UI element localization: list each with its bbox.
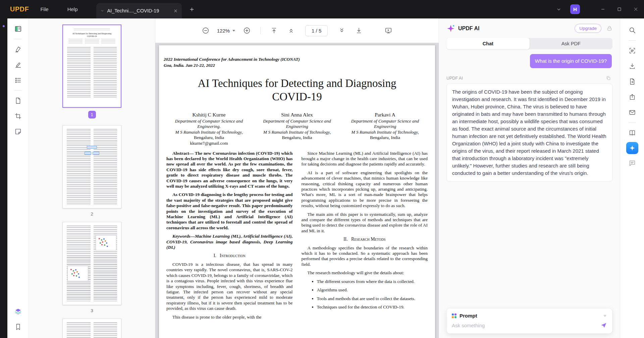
ai-assistant-button[interactable] bbox=[626, 142, 638, 154]
presentation-mode-button[interactable] bbox=[383, 25, 394, 36]
page-icon bbox=[14, 97, 22, 104]
page-thumbnail-4[interactable] bbox=[62, 319, 121, 338]
search-icon bbox=[629, 27, 636, 34]
upgrade-button[interactable]: Upgrade bbox=[575, 24, 601, 33]
layers-button[interactable] bbox=[11, 305, 25, 318]
chat-history[interactable]: What is the origin of COVID-19? UPDF AI … bbox=[439, 49, 620, 338]
send-icon[interactable] bbox=[600, 322, 607, 329]
search-button[interactable] bbox=[626, 23, 639, 37]
annotate-button[interactable] bbox=[11, 43, 25, 56]
ask-input[interactable] bbox=[452, 323, 600, 328]
prompt-title: Prompt bbox=[460, 313, 603, 319]
zoom-in-icon bbox=[243, 27, 251, 34]
minimize-button[interactable] bbox=[595, 0, 611, 18]
tab-close-icon[interactable] bbox=[173, 9, 178, 13]
chevron-down-icon[interactable] bbox=[603, 313, 607, 318]
thumbnail-content bbox=[67, 226, 117, 301]
document-area: 122% 1 / 5 bbox=[155, 18, 439, 338]
paper-title: AI Techniques for Detecting and Diagnosi… bbox=[166, 77, 428, 103]
assistant-message: The origins of COVID-19 have been the su… bbox=[446, 84, 612, 182]
thumbnail-content bbox=[67, 322, 117, 338]
presentation-icon bbox=[385, 27, 392, 34]
prompt-input-row bbox=[447, 320, 612, 333]
sidebar-panel-icon bbox=[14, 25, 22, 33]
prompt-header[interactable]: Prompt bbox=[447, 308, 612, 320]
zoom-out-button[interactable] bbox=[200, 25, 211, 36]
thumbnail-content bbox=[67, 129, 117, 205]
crop-button[interactable] bbox=[11, 109, 25, 123]
author-2: Sini Anna Alex Department of Computer Sc… bbox=[255, 112, 340, 146]
section-heading-research-methods: II. Research Metods bbox=[302, 237, 428, 242]
paper-left-column: Abstract— The new Coronavirus infection … bbox=[166, 151, 293, 323]
page-thumbnail-1[interactable]: AI Techniques for Detecting and Diagnosi… bbox=[62, 25, 121, 108]
thumbnail-panel[interactable]: AI Techniques for Detecting and Diagnosi… bbox=[29, 18, 155, 338]
divider bbox=[629, 40, 636, 41]
book-button[interactable] bbox=[626, 126, 639, 140]
maximize-icon bbox=[617, 7, 622, 12]
zoom-in-button[interactable] bbox=[241, 25, 253, 36]
caret-down-icon bbox=[232, 29, 235, 32]
author-3: Parkavi A Department of Computer Science… bbox=[342, 112, 428, 146]
double-chevron-down-icon bbox=[338, 27, 345, 34]
ocr-button[interactable] bbox=[626, 44, 639, 57]
tab-title: AI_Techni...._COVID-19 bbox=[107, 8, 171, 13]
arrow-to-top-icon bbox=[270, 27, 278, 34]
thumbnail-scatter-plot bbox=[67, 266, 88, 281]
save-button[interactable] bbox=[626, 59, 639, 73]
share-button[interactable] bbox=[626, 90, 639, 104]
assistant-message-header: UPDF AI bbox=[446, 68, 612, 81]
menu-help[interactable]: Help bbox=[67, 6, 78, 12]
ai-spark-icon bbox=[629, 144, 636, 152]
close-button[interactable] bbox=[628, 0, 644, 18]
menu-file[interactable]: File bbox=[40, 6, 48, 12]
page-indicator[interactable]: 1 / 5 bbox=[305, 25, 328, 36]
author-1: Kshitij C Kurne Department of Computer S… bbox=[166, 112, 252, 146]
tab-ask-pdf[interactable]: Ask PDF bbox=[530, 38, 613, 49]
right-toolbar bbox=[620, 18, 644, 338]
page-number-label: 3 bbox=[91, 308, 93, 313]
thumbnail-scatter-plot bbox=[96, 235, 116, 250]
scroll-to-bottom-button[interactable] bbox=[353, 25, 365, 36]
crop-icon bbox=[14, 112, 22, 120]
paper-right-column: Since Machine Learning (ML) and Artifici… bbox=[302, 151, 428, 323]
zoom-out-icon bbox=[202, 27, 209, 34]
thumbnail-panel-button[interactable] bbox=[11, 22, 25, 36]
thumbnail-content: AI Techniques for Detecting and Diagnosi… bbox=[67, 29, 117, 104]
organize-pages-button[interactable] bbox=[11, 94, 25, 107]
sticky-note-icon bbox=[14, 128, 22, 135]
thumbnail-diagram bbox=[84, 144, 100, 156]
divider bbox=[260, 27, 261, 34]
zoom-level-dropdown[interactable]: 122% bbox=[217, 28, 235, 34]
ai-panel-header: UPDF AI Upgrade bbox=[439, 18, 620, 33]
email-button[interactable] bbox=[626, 106, 639, 119]
edit-button[interactable] bbox=[11, 58, 25, 71]
page-thumbnail-2[interactable] bbox=[62, 125, 121, 208]
document-tab[interactable]: AI_Techni...._COVID-19 bbox=[96, 3, 182, 18]
updf-ai-logo-icon bbox=[446, 24, 455, 33]
lock-icon bbox=[606, 26, 612, 32]
maximize-button[interactable] bbox=[611, 0, 628, 18]
tab-chat[interactable]: Chat bbox=[446, 38, 530, 49]
document-viewport[interactable]: 2022 International Conference for Advanc… bbox=[155, 43, 439, 338]
page-thumbnail-3[interactable] bbox=[62, 222, 121, 305]
copy-icon[interactable] bbox=[606, 76, 611, 81]
reader-list-icon bbox=[14, 77, 22, 84]
share-icon bbox=[629, 93, 636, 101]
feedback-button[interactable] bbox=[626, 156, 639, 170]
export-button[interactable] bbox=[626, 75, 639, 88]
ai-tabs: Chat Ask PDF bbox=[446, 38, 612, 49]
export-file-icon bbox=[629, 78, 636, 85]
panel-collapse-handle[interactable] bbox=[3, 25, 5, 27]
previous-page-button[interactable] bbox=[285, 25, 297, 36]
titlebar-chevron-down-icon[interactable] bbox=[556, 7, 561, 12]
scroll-to-top-button[interactable] bbox=[268, 25, 280, 36]
new-tab-button[interactable] bbox=[189, 7, 195, 12]
user-avatar[interactable]: H bbox=[570, 4, 580, 14]
reader-mode-button[interactable] bbox=[11, 74, 25, 87]
bookmark-button[interactable] bbox=[11, 320, 25, 334]
note-button[interactable] bbox=[11, 125, 25, 138]
layers-icon bbox=[14, 308, 22, 315]
prompt-card: Prompt bbox=[446, 308, 612, 334]
next-page-button[interactable] bbox=[336, 25, 347, 36]
conference-header: 2022 International Conference for Advanc… bbox=[164, 56, 428, 68]
